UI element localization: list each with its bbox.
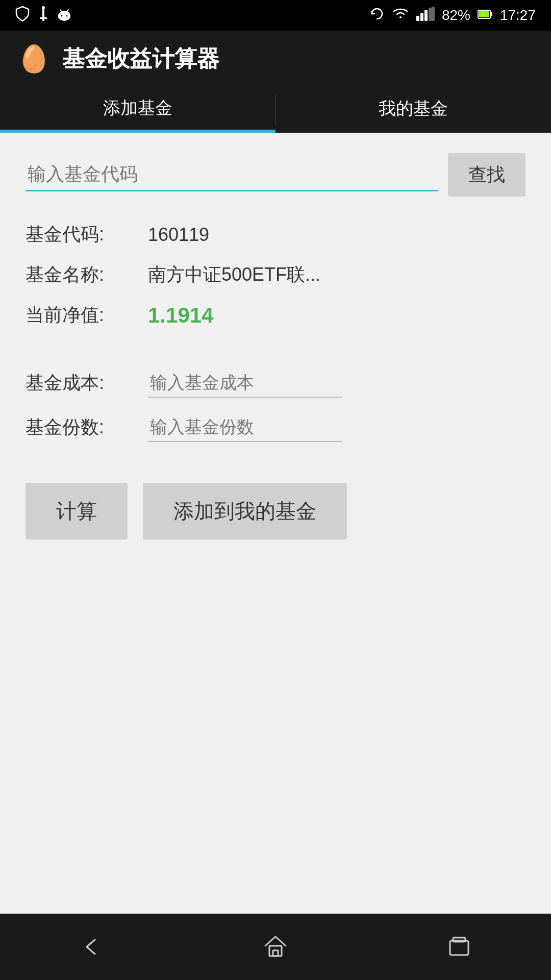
svg-point-4 (58, 11, 70, 21)
battery-percent: 82% (442, 7, 470, 23)
tab-add-fund[interactable]: 添加基金 (0, 87, 276, 133)
fund-nav-value: 1.1914 (148, 303, 213, 328)
fund-name-value: 南方中证500ETF联... (148, 262, 320, 287)
input-rows: 基金成本: 基金份数: (26, 369, 525, 442)
svg-rect-5 (58, 15, 60, 18)
shares-label: 基金份数: (26, 415, 148, 440)
bottom-nav (0, 914, 551, 980)
rotate-icon (369, 6, 385, 25)
back-button[interactable] (71, 926, 112, 967)
svg-point-8 (66, 15, 68, 16)
svg-rect-17 (490, 12, 492, 16)
fund-name-row: 基金名称: 南方中证500ETF联... (26, 262, 525, 287)
svg-rect-11 (416, 16, 419, 21)
svg-point-0 (42, 6, 45, 9)
svg-rect-14 (429, 8, 432, 21)
tab-my-fund[interactable]: 我的基金 (276, 87, 552, 133)
time-display: 17:27 (500, 7, 536, 23)
svg-line-10 (67, 10, 68, 12)
app-logo: 🥚 (15, 40, 52, 77)
search-button[interactable]: 查找 (448, 153, 525, 197)
svg-rect-15 (432, 7, 435, 21)
status-icons-left (15, 6, 71, 26)
shares-row: 基金份数: (26, 413, 525, 442)
svg-rect-3 (42, 19, 44, 21)
section-divider (26, 353, 525, 369)
svg-point-7 (61, 15, 63, 16)
search-row: 查找 (26, 153, 525, 197)
fund-code-label: 基金代码: (26, 222, 148, 247)
search-input-wrapper (26, 158, 438, 191)
fund-nav-label: 当前净值: (26, 303, 148, 328)
battery-icon: ⚡ (478, 7, 493, 23)
app-header: 🥚 基金收益计算器 (0, 31, 551, 87)
home-button[interactable] (255, 926, 296, 967)
calculate-button[interactable]: 计算 (26, 483, 128, 540)
recents-button[interactable] (439, 926, 480, 967)
svg-rect-1 (42, 9, 44, 17)
fund-code-row: 基金代码: 160119 (26, 222, 525, 247)
svg-line-9 (60, 10, 62, 12)
svg-rect-23 (453, 938, 465, 942)
fund-nav-row: 当前净值: 1.1914 (26, 303, 525, 328)
android-icon (57, 6, 71, 26)
app-title: 基金收益计算器 (62, 44, 219, 74)
shield-icon (15, 6, 30, 26)
action-buttons: 计算 添加到我的基金 (26, 483, 525, 540)
add-to-my-button[interactable]: 添加到我的基金 (143, 483, 347, 540)
cost-label: 基金成本: (26, 371, 148, 396)
tab-bar: 添加基金 我的基金 (0, 87, 551, 133)
shares-input[interactable] (148, 413, 342, 442)
search-input[interactable] (26, 158, 438, 191)
usb-icon (38, 6, 49, 26)
fund-code-value: 160119 (148, 224, 209, 246)
signal-icon (416, 7, 435, 24)
svg-rect-6 (69, 15, 70, 18)
svg-rect-12 (420, 13, 423, 21)
main-content: 查找 基金代码: 160119 基金名称: 南方中证500ETF联... 当前净… (0, 133, 551, 914)
svg-rect-13 (424, 10, 428, 21)
svg-text:⚡: ⚡ (481, 12, 487, 18)
cost-row: 基金成本: (26, 369, 525, 398)
svg-rect-21 (273, 950, 278, 956)
fund-name-label: 基金名称: (26, 262, 148, 287)
wifi-icon (392, 7, 409, 24)
svg-rect-22 (450, 941, 468, 955)
fund-info-section: 基金代码: 160119 基金名称: 南方中证500ETF联... 当前净值: … (26, 222, 525, 328)
cost-input[interactable] (148, 369, 342, 398)
status-bar: 82% ⚡ 17:27 (0, 0, 551, 31)
svg-rect-2 (40, 17, 47, 19)
status-info-right: 82% ⚡ 17:27 (369, 6, 536, 25)
